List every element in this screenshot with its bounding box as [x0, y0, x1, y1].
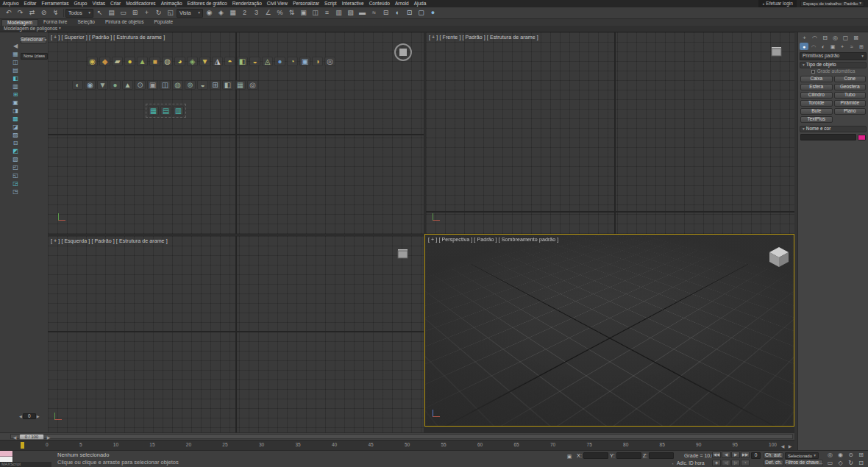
ribbon-tab[interactable]: Modelagem [1, 19, 38, 26]
rectangular-region-icon[interactable]: ▭ [118, 8, 129, 18]
create-tool-icon[interactable]: ◎ [324, 57, 335, 66]
menu-item[interactable]: Arquivo [0, 0, 21, 7]
window-crossing-toggle-icon[interactable]: ⊞ [129, 8, 140, 18]
edit-tool-icon[interactable]: ▦ [235, 80, 246, 90]
auto-key-button[interactable]: Ch. aut. [764, 452, 783, 459]
time-configuration-icon[interactable]: ◔ [741, 460, 750, 466]
angle-snap-icon[interactable]: ∠ [263, 8, 274, 18]
space-warps-category-icon[interactable]: ≈ [847, 43, 856, 50]
menu-item[interactable]: Ferramentas [39, 0, 71, 7]
edit-tool-icon[interactable]: ▼ [97, 80, 108, 90]
create-tool-icon[interactable]: ◧ [237, 57, 248, 66]
spinner-value-field[interactable]: 0 [23, 413, 36, 419]
layer-explorer-icon[interactable]: ▧ [345, 8, 356, 18]
create-tool-icon[interactable]: ◆ [99, 57, 110, 66]
add-time-tag[interactable]: ◔ Adic. ID hora [669, 460, 705, 467]
edit-tool-icon[interactable]: ◧ [222, 80, 233, 90]
snap-3d-icon[interactable]: 3 [251, 8, 262, 18]
dock-tool-icon[interactable]: ▦ [11, 51, 20, 58]
login-button[interactable]: ● Efetuar login [758, 0, 797, 7]
create-tool-icon[interactable]: ● [124, 57, 135, 66]
zoom-extents-all-icon[interactable]: ⊞ [856, 452, 866, 459]
percent-snap-icon[interactable]: % [274, 8, 285, 18]
z-coordinate-field[interactable] [649, 452, 674, 459]
object-type-button[interactable]: Cilindro [800, 92, 833, 99]
menu-item[interactable]: Interactive [339, 0, 366, 7]
spinner-left-icon[interactable]: ◀ [19, 415, 22, 418]
set-key-button[interactable]: Def. ch. [764, 460, 783, 466]
object-type-button[interactable]: Plano [834, 108, 867, 115]
hierarchy-tab-icon[interactable]: ⊟ [820, 34, 830, 42]
edit-tool-icon[interactable]: ● [110, 80, 121, 90]
autogrid-checkbox[interactable] [811, 70, 815, 74]
menu-item[interactable]: Editar [21, 0, 39, 7]
object-color-swatch[interactable] [858, 135, 866, 140]
menu-item[interactable]: Grupo [71, 0, 90, 7]
menu-item[interactable]: Arnold [392, 0, 411, 7]
x-coordinate-field[interactable] [583, 452, 608, 459]
create-tool-icon[interactable]: ◍ [162, 57, 173, 66]
dock-tool-icon[interactable]: ◪ [11, 124, 20, 131]
dock-tool-icon[interactable]: ⊟ [11, 140, 20, 147]
previous-key-icon[interactable]: ◁ [722, 460, 730, 466]
select-and-scale-icon[interactable]: ◱ [165, 8, 176, 18]
edit-tool-icon[interactable]: ◎ [247, 80, 258, 90]
edit-tool-icon[interactable]: ◒ [197, 80, 208, 90]
dock-tool-icon[interactable]: ◧ [11, 75, 20, 82]
maximize-viewport-icon[interactable]: ⊡ [856, 460, 866, 467]
zoom-all-icon[interactable]: ◉ [836, 452, 845, 459]
material-editor-icon[interactable]: ◐ [392, 8, 403, 18]
menu-item[interactable]: Script [322, 0, 340, 7]
object-type-button[interactable]: Tubo [834, 92, 867, 99]
edit-tool-icon[interactable]: ⊞ [210, 80, 221, 90]
create-tool-icon[interactable]: ◬ [262, 57, 273, 66]
name-sort-dropdown[interactable]: None (classific [21, 53, 48, 60]
y-coordinate-field[interactable] [616, 452, 641, 459]
menu-item[interactable]: Personalizar [290, 0, 321, 7]
orbit-icon[interactable]: ↻ [846, 460, 855, 467]
helpers-category-icon[interactable]: + [838, 43, 847, 50]
unlink-selection-icon[interactable]: ⊘ [38, 8, 49, 18]
geometry-category-icon[interactable]: ● [800, 43, 808, 50]
mirror-icon[interactable]: ◫ [310, 8, 321, 18]
viewport-left[interactable]: [ + ] [ Esquerda ] [ Padrão ] [ Estrutur… [48, 236, 424, 432]
edit-tool-icon[interactable]: ◍ [172, 80, 183, 90]
track-bar[interactable]: 0510152025303540455055606570758085909510… [0, 440, 794, 450]
edit-tool-icon[interactable]: ⊚ [185, 80, 196, 90]
ribbon-tab[interactable]: Populate [149, 19, 178, 26]
snap-2d-icon[interactable]: 2 [239, 8, 250, 18]
utilities-tab-icon[interactable]: ⊠ [851, 34, 861, 42]
next-key-icon[interactable]: ▷ [731, 460, 740, 466]
dock-tool-icon[interactable]: ◨ [11, 107, 20, 115]
zoom-icon[interactable]: ◎ [825, 452, 835, 459]
object-type-rollout[interactable]: ▾ Tipo de objeto [800, 62, 867, 68]
systems-category-icon[interactable]: ⊞ [857, 43, 866, 50]
edit-tool-icon[interactable]: ◐ [72, 80, 83, 90]
menu-item[interactable]: Animação [158, 0, 185, 7]
object-type-button[interactable]: Toróide [800, 100, 833, 107]
dock-tool-icon[interactable]: ◱ [11, 172, 20, 179]
viewport-perspective[interactable]: [ + ] [ Perspectiva ] [ Padrão ] [ Sombr… [424, 234, 794, 427]
viewcube[interactable] [770, 46, 783, 57]
dock-tool-icon[interactable]: ◩ [11, 148, 20, 155]
menu-item[interactable]: Ajuda [411, 0, 429, 7]
object-name-field[interactable] [800, 134, 856, 140]
dock-tool-icon[interactable]: ◀ [11, 43, 20, 50]
time-slider-track[interactable] [10, 434, 793, 439]
grid-tool-icon[interactable]: ▥ [173, 106, 184, 115]
create-tool-icon[interactable]: ◓ [224, 57, 235, 66]
lights-category-icon[interactable]: ◐ [819, 43, 828, 50]
frame-spinner[interactable]: ◀ 0 ▶ [19, 413, 40, 419]
menu-item[interactable]: Renderização [230, 0, 264, 7]
use-pivot-center-icon[interactable]: ◉ [204, 8, 215, 18]
menu-item[interactable]: Vistas [90, 0, 108, 7]
edit-tool-icon[interactable]: ◉ [85, 80, 96, 90]
select-button[interactable]: Selecionar ▾ [21, 36, 46, 44]
dock-tool-icon[interactable]: ▣ [11, 99, 20, 107]
zoom-region-icon[interactable]: ▭ [825, 460, 835, 467]
ribbon-tab[interactable]: Forma livre [38, 19, 73, 26]
key-mode-icon[interactable]: ◈ [712, 460, 721, 466]
spinner-right-icon[interactable]: ▶ [37, 415, 40, 418]
viewport-top[interactable]: [ + ] [ Superior ] [ Padrão ] [ Estrutur… [48, 32, 424, 234]
select-and-manipulate-icon[interactable]: ◈ [216, 8, 227, 18]
